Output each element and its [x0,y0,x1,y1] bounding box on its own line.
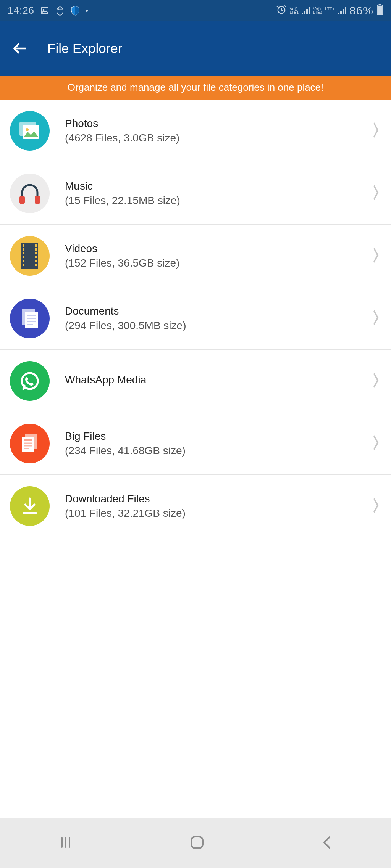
system-nav-bar [0,818,391,868]
category-title: Videos [65,243,357,255]
svg-rect-22 [23,264,24,266]
svg-rect-30 [25,312,38,328]
category-sub: (152 Files, 36.5GB size) [65,257,357,269]
music-icon [10,174,50,213]
status-right: Vo)) LTE1 Vo)) LTE2 LTE+ ↓↑ 86% [276,4,383,18]
category-photos[interactable]: Photos (4628 Files, 3.0GB size) [0,100,391,162]
category-downloads[interactable]: Downloaded Files (101 Files, 32.21GB siz… [0,475,391,537]
battery-percent: 86% [349,4,373,17]
lte-plus-label: LTE+ ↓↑ [325,7,335,14]
chevron-right-icon [373,497,381,515]
status-time: 14:26 [8,5,34,16]
svg-rect-28 [35,264,37,266]
category-title: Big Files [65,430,357,442]
nav-recent-button[interactable] [57,834,74,852]
back-button[interactable] [11,40,28,57]
category-list: Photos (4628 Files, 3.0GB size) Music (1… [0,100,391,537]
category-sub: (101 Files, 32.21GB size) [65,507,357,519]
penguin-icon [55,6,65,16]
svg-rect-7 [379,4,381,5]
svg-rect-8 [378,6,382,14]
category-whatsapp[interactable]: WhatsApp Media [0,350,391,412]
svg-rect-19 [23,252,24,254]
big-files-icon [10,424,50,463]
nav-back-button[interactable] [320,834,334,852]
signal-icon [338,7,346,14]
category-title: Documents [65,305,357,317]
chevron-right-icon [373,434,381,453]
svg-point-11 [26,128,29,131]
category-bigfiles[interactable]: Big Files (234 Files, 41.68GB size) [0,412,391,475]
chevron-right-icon [373,122,381,140]
category-title: Downloaded Files [65,493,357,505]
svg-point-1 [43,9,44,10]
category-sub: (294 Files, 300.5MB size) [65,320,357,332]
page-title: File Explorer [47,41,122,56]
download-icon [10,486,50,526]
whatsapp-icon [10,361,50,401]
category-sub: (15 Files, 22.15MB size) [65,194,357,207]
category-documents[interactable]: Documents (294 Files, 300.5MB size) [0,287,391,350]
picture-icon [40,6,50,16]
dot-icon [86,10,88,12]
svg-point-2 [57,7,63,15]
svg-rect-20 [23,256,24,258]
signal-icon [302,7,310,14]
category-sub: (234 Files, 41.68GB size) [65,445,357,457]
chevron-right-icon [373,372,381,390]
sim1-label: Vo)) LTE1 [290,7,299,14]
category-title: Photos [65,117,357,130]
svg-rect-18 [23,248,24,251]
sim2-label: Vo)) LTE2 [313,7,322,14]
svg-rect-24 [35,248,37,251]
chevron-right-icon [373,309,381,328]
category-music[interactable]: Music (15 Files, 22.15MB size) [0,162,391,225]
svg-rect-13 [35,196,40,204]
nav-home-button[interactable] [188,834,206,853]
svg-rect-26 [35,256,37,258]
svg-rect-17 [23,244,24,247]
info-banner: Organize and manage all your file catego… [0,76,391,100]
alarm-icon [276,4,287,17]
category-title: WhatsApp Media [65,374,357,386]
svg-rect-21 [23,260,24,262]
svg-rect-44 [191,837,203,848]
chevron-right-icon [373,184,381,203]
battery-icon [376,4,383,18]
status-bar: 14:26 Vo)) LTE1 Vo)) LTE2 LTE+ ↓↑ [0,0,391,21]
category-title: Music [65,180,357,192]
videos-icon [10,236,50,276]
chevron-right-icon [373,247,381,265]
svg-rect-25 [35,252,37,254]
status-left: 14:26 [8,5,88,16]
documents-icon [10,299,50,338]
svg-rect-36 [22,437,34,452]
svg-rect-27 [35,260,37,262]
svg-point-4 [61,9,61,10]
svg-point-3 [58,9,59,10]
category-videos[interactable]: Videos (152 Files, 36.5GB size) [0,225,391,287]
app-bar: File Explorer [0,21,391,76]
shield-icon [70,6,80,16]
category-sub: (4628 Files, 3.0GB size) [65,132,357,144]
photos-icon [10,111,50,151]
svg-rect-12 [19,196,25,204]
svg-rect-23 [35,244,37,247]
